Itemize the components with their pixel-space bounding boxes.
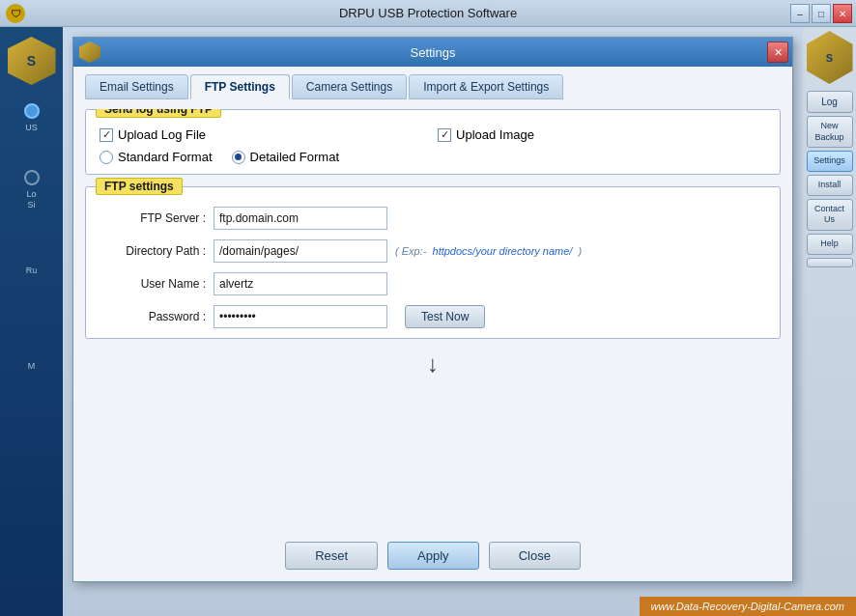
password-row: Password : Test Now [100, 305, 766, 328]
app-icon: 🛡 [6, 4, 25, 23]
sidebar-label-usb: US [25, 123, 38, 133]
right-btn-contact[interactable]: ContactUs [807, 199, 853, 231]
detailed-radio-dot [235, 154, 242, 160]
right-btn-backup[interactable]: NewBackup [807, 116, 853, 148]
ftp-server-row: FTP Server : [100, 207, 766, 230]
ftp-settings-section: FTP settings FTP Server : Directory Path… [85, 186, 781, 339]
apply-button[interactable]: Apply [387, 542, 479, 570]
dialog-shield-icon [79, 42, 100, 63]
sidebar-radio-1[interactable] [24, 103, 40, 119]
directory-path-label: Directory Path : [100, 244, 206, 258]
upload-image-checkbox[interactable]: ✓ Upload Image [438, 127, 534, 142]
watermark: www.Data-Recovery-Digital-Camera.com [640, 597, 857, 616]
ftp-settings-title: FTP settings [96, 178, 183, 195]
sidebar-label-more: M [28, 361, 36, 372]
dialog-footer: Reset Apply Close [85, 534, 781, 574]
right-panel-logo: S [807, 31, 853, 84]
upload-log-file-checkbox[interactable]: ✓ Upload Log File [100, 127, 206, 142]
directory-path-hint-link: httpdocs/your directory name/ [433, 245, 573, 257]
standard-format-radio[interactable]: Standard Format [100, 150, 213, 164]
standard-radio-circle[interactable] [100, 151, 113, 164]
dialog-icon [79, 42, 100, 63]
dialog-title: Settings [411, 45, 456, 60]
directory-path-row: Directory Path : ( Exp:- httpdocs/your d… [100, 239, 766, 263]
directory-path-input[interactable] [214, 239, 387, 263]
log-options: ✓ Upload Log File ✓ Upload Image [100, 127, 766, 164]
ftp-form: FTP Server : Directory Path : ( Exp:- ht… [100, 207, 766, 328]
arrow-indicator: ↓ [85, 350, 781, 378]
dialog-content: Email Settings FTP Settings Camera Setti… [73, 67, 792, 581]
log-options-row-2: Standard Format Detailed Format [100, 150, 766, 164]
send-log-title: Send log using FTP [96, 109, 221, 118]
detailed-radio-circle[interactable] [232, 151, 245, 164]
password-input[interactable] [214, 305, 387, 328]
app-titlebar: 🛡 DRPU USB Protection Software – □ ✕ [0, 0, 856, 27]
right-btn-log[interactable]: Log [807, 91, 853, 113]
right-btn-more[interactable] [807, 258, 853, 267]
sidebar: S US LoSi Ru M [0, 27, 63, 616]
tab-ftp[interactable]: FTP Settings [190, 74, 290, 99]
dialog-close-button[interactable]: ✕ [767, 42, 788, 63]
user-name-row: User Name : [100, 272, 766, 295]
tab-import-export[interactable]: Import & Export Settings [409, 74, 563, 99]
tab-email[interactable]: Email Settings [85, 74, 188, 99]
upload-image-label: Upload Image [456, 127, 534, 142]
shield-logo: S [8, 37, 56, 85]
app-window: 🛡 DRPU USB Protection Software – □ ✕ S U… [0, 0, 856, 616]
test-now-button[interactable]: Test Now [405, 305, 485, 328]
reset-button[interactable]: Reset [285, 542, 378, 570]
log-options-row-1: ✓ Upload Log File ✓ Upload Image [100, 127, 766, 142]
main-area: Settings ✕ Email Settings FTP Settings C… [63, 27, 803, 616]
user-name-input[interactable] [214, 272, 387, 295]
ftp-panel: Send log using FTP ✓ Upload Log File [85, 109, 781, 534]
sidebar-label-loc: LoSi [26, 189, 36, 210]
right-panel: S Log NewBackup Settings Install Contact… [803, 27, 856, 616]
detailed-format-label: Detailed Format [250, 150, 339, 164]
tab-camera[interactable]: Camera Settings [292, 74, 407, 99]
upload-log-label: Upload Log File [118, 127, 206, 142]
user-name-label: User Name : [100, 277, 206, 291]
sidebar-logo: S [8, 37, 56, 90]
detailed-format-radio[interactable]: Detailed Format [232, 150, 339, 164]
settings-dialog: Settings ✕ Email Settings FTP Settings C… [72, 37, 793, 582]
right-btn-settings[interactable]: Settings [807, 151, 853, 172]
password-label: Password : [100, 310, 206, 323]
titlebar-controls: – □ ✕ [790, 4, 852, 23]
app-title: DRPU USB Protection Software [339, 6, 517, 20]
sidebar-label-run: Ru [26, 266, 38, 276]
standard-format-label: Standard Format [118, 150, 213, 164]
right-btn-install[interactable]: Install [807, 175, 853, 196]
sidebar-radio-2[interactable] [24, 170, 40, 185]
app-close-button[interactable]: ✕ [833, 4, 852, 23]
close-button[interactable]: Close [489, 542, 581, 570]
maximize-button[interactable]: □ [812, 4, 831, 23]
ftp-server-input[interactable] [214, 207, 387, 230]
app-content: S US LoSi Ru M Settings ✕ [0, 27, 856, 616]
send-log-section: Send log using FTP ✓ Upload Log File [85, 109, 781, 175]
ftp-server-label: FTP Server : [100, 211, 206, 225]
upload-log-checkbox-box[interactable]: ✓ [100, 128, 113, 142]
directory-path-hint: ( Exp:- httpdocs/your directory name/ ) [395, 245, 582, 257]
right-btn-help[interactable]: Help [807, 234, 853, 255]
upload-image-checkbox-box[interactable]: ✓ [438, 128, 451, 142]
dialog-titlebar: Settings ✕ [73, 38, 792, 67]
minimize-button[interactable]: – [790, 4, 810, 23]
tabs-bar: Email Settings FTP Settings Camera Setti… [85, 74, 781, 99]
